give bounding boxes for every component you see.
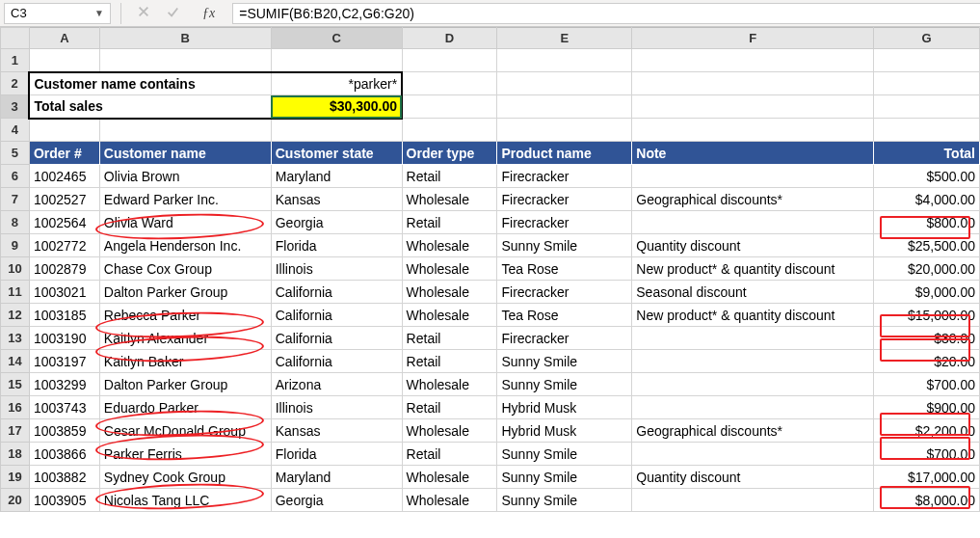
cell-total[interactable]: $30.00	[874, 327, 980, 350]
cell-total[interactable]: $8,000.00	[874, 489, 980, 512]
th-state[interactable]: Customer state	[271, 142, 402, 165]
enter-icon[interactable]	[166, 5, 179, 21]
th-customer[interactable]: Customer name	[99, 142, 271, 165]
row-header-15[interactable]: 15	[1, 373, 30, 396]
row-header-17[interactable]: 17	[1, 419, 30, 443]
cell[interactable]	[29, 119, 99, 142]
cell-state[interactable]: Arizona	[271, 373, 402, 396]
cell[interactable]	[497, 49, 632, 72]
cell-note[interactable]	[632, 327, 874, 350]
cell-order[interactable]: 1003866	[29, 443, 99, 466]
cell-note[interactable]: Geographical discounts*	[632, 188, 874, 211]
cell-total[interactable]: $4,000.00	[874, 188, 980, 211]
cancel-icon[interactable]	[137, 5, 150, 21]
cell-note[interactable]	[632, 396, 874, 419]
cell-product[interactable]: Firecracker	[497, 188, 632, 211]
cell-state[interactable]: California	[271, 304, 402, 327]
row-header-10[interactable]: 10	[1, 257, 30, 281]
cell[interactable]	[874, 119, 980, 142]
cell-note[interactable]	[632, 350, 874, 373]
cell-order[interactable]: 1003190	[29, 327, 99, 350]
cell-product[interactable]: Sunny Smile	[497, 466, 632, 489]
cell-customer[interactable]: Olivia Ward	[99, 211, 271, 234]
row-header-2[interactable]: 2	[1, 72, 30, 95]
cell-product[interactable]: Sunny Smile	[497, 489, 632, 512]
col-header-D[interactable]: D	[402, 28, 497, 49]
cell-customer[interactable]: Dalton Parker Group	[99, 281, 271, 304]
fx-icon[interactable]: ƒx	[195, 6, 223, 21]
cell-type[interactable]: Wholesale	[402, 419, 497, 443]
cell-order[interactable]: 1003197	[29, 350, 99, 373]
cell-product[interactable]: Tea Rose	[497, 304, 632, 327]
spreadsheet-grid[interactable]: A B C D E F G 1 2 Customer name contains…	[0, 27, 980, 512]
cell-product[interactable]: Firecracker	[497, 211, 632, 234]
cell-product[interactable]: Firecracker	[497, 281, 632, 304]
cell-product[interactable]: Hybrid Musk	[497, 396, 632, 419]
cell-product[interactable]: Tea Rose	[497, 257, 632, 281]
cell-type[interactable]: Wholesale	[402, 466, 497, 489]
cell-type[interactable]: Wholesale	[402, 489, 497, 512]
cell-state[interactable]: Florida	[271, 234, 402, 257]
th-order[interactable]: Order #	[29, 142, 99, 165]
row-header-8[interactable]: 8	[1, 211, 30, 234]
cell-total[interactable]: $800.00	[874, 211, 980, 234]
cell-product[interactable]: Sunny Smile	[497, 373, 632, 396]
cell[interactable]	[99, 119, 271, 142]
cell-product[interactable]: Sunny Smile	[497, 350, 632, 373]
cell-note[interactable]: Seasonal discount	[632, 281, 874, 304]
cell[interactable]	[402, 72, 497, 95]
cell-order[interactable]: 1002527	[29, 188, 99, 211]
cell-state[interactable]: Kansas	[271, 188, 402, 211]
cell[interactable]	[271, 49, 402, 72]
row-header-14[interactable]: 14	[1, 350, 30, 373]
cell-type[interactable]: Retail	[402, 327, 497, 350]
cell-order[interactable]: 1002465	[29, 165, 99, 188]
cell-customer[interactable]: Edward Parker Inc.	[99, 188, 271, 211]
cell-customer[interactable]: Nicolas Tang LLC	[99, 489, 271, 512]
cell-type[interactable]: Retail	[402, 396, 497, 419]
cell-product[interactable]: Firecracker	[497, 165, 632, 188]
cell[interactable]	[632, 95, 874, 119]
th-product[interactable]: Product name	[497, 142, 632, 165]
cell-order[interactable]: 1002772	[29, 234, 99, 257]
cell-type[interactable]: Retail	[402, 350, 497, 373]
cell-total[interactable]: $700.00	[874, 373, 980, 396]
select-all-corner[interactable]	[1, 28, 30, 49]
cell-type[interactable]: Retail	[402, 443, 497, 466]
cell[interactable]	[497, 95, 632, 119]
cell[interactable]	[402, 49, 497, 72]
row-header-5[interactable]: 5	[1, 142, 30, 165]
col-header-C[interactable]: C	[271, 28, 402, 49]
cell-total[interactable]: $15,000.00	[874, 304, 980, 327]
cell-state[interactable]: Florida	[271, 443, 402, 466]
cell[interactable]	[271, 119, 402, 142]
cell-order[interactable]: 1002564	[29, 211, 99, 234]
cell[interactable]	[99, 49, 271, 72]
cell-product[interactable]: Hybrid Musk	[497, 419, 632, 443]
cell-type[interactable]: Wholesale	[402, 373, 497, 396]
cell-note[interactable]: Quantity discount	[632, 234, 874, 257]
cell-note[interactable]: Quantity discount	[632, 466, 874, 489]
cell-customer[interactable]: Kaitlyn Alexander	[99, 327, 271, 350]
col-header-F[interactable]: F	[632, 28, 874, 49]
cell-order[interactable]: 1003299	[29, 373, 99, 396]
cell-note[interactable]: New product* & quantity discount	[632, 304, 874, 327]
row-header-6[interactable]: 6	[1, 165, 30, 188]
cell-state[interactable]: Maryland	[271, 466, 402, 489]
cell-state[interactable]: Georgia	[271, 489, 402, 512]
row-header-12[interactable]: 12	[1, 304, 30, 327]
cell-state[interactable]: Georgia	[271, 211, 402, 234]
label-total[interactable]: Total sales	[29, 95, 271, 119]
cell-order[interactable]: 1003021	[29, 281, 99, 304]
cell-order[interactable]: 1003905	[29, 489, 99, 512]
th-note[interactable]: Note	[632, 142, 874, 165]
label-contains[interactable]: Customer name contains	[29, 72, 271, 95]
cell-type[interactable]: Retail	[402, 165, 497, 188]
cell-state[interactable]: Kansas	[271, 419, 402, 443]
row-header-11[interactable]: 11	[1, 281, 30, 304]
cell-total[interactable]: $9,000.00	[874, 281, 980, 304]
cell-type[interactable]: Wholesale	[402, 281, 497, 304]
col-header-A[interactable]: A	[29, 28, 99, 49]
cell-order[interactable]: 1003185	[29, 304, 99, 327]
cell-state[interactable]: Illinois	[271, 257, 402, 281]
